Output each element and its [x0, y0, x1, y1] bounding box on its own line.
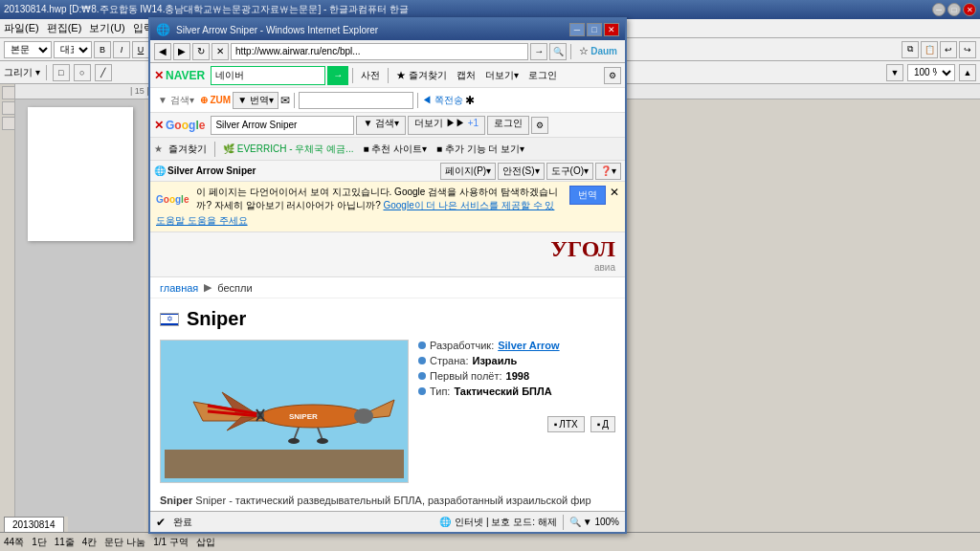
hwp-style-select[interactable]: 대표	[54, 41, 92, 58]
naver-menu-login[interactable]: 로그인	[524, 69, 561, 82]
ie-minimize-button[interactable]: ─	[569, 23, 585, 36]
info-first-flight: Первый полёт: 1998	[418, 370, 615, 382]
ie-close-google[interactable]: ✕	[154, 119, 164, 132]
ie-forward-button[interactable]: ▶	[173, 43, 190, 60]
naver-menu-capture[interactable]: 캡처	[453, 69, 479, 82]
hwp-redo-button[interactable]: ↪	[959, 41, 976, 58]
daum-star-icon: ☆	[579, 45, 589, 57]
hwp-italic-button[interactable]: I	[113, 41, 130, 58]
hwp-status-line: 11줄	[55, 536, 75, 549]
translation-close-button[interactable]: ✕	[610, 186, 619, 199]
info-type: Тип: Тактический БПЛА	[418, 386, 615, 397]
tabs-row: ▪ ЛТХ ▪ Д	[418, 416, 615, 432]
translate-button[interactable]: 번역	[569, 186, 606, 205]
hwp-bold-button[interactable]: B	[94, 41, 111, 58]
ie-content[interactable]: УГОЛ авиа главная ▶ беспли ✡	[150, 232, 625, 511]
naver-search-input[interactable]	[211, 66, 325, 85]
naver-settings-button[interactable]: ⚙	[604, 67, 621, 84]
google-settings-button[interactable]: ⚙	[531, 117, 548, 134]
hwp-menu-view[interactable]: 보기(U)	[89, 21, 124, 35]
google-more-button[interactable]: 더보기 ▶▶ +1	[408, 116, 485, 135]
translation-help-link[interactable]: 도움말 도움을 주세요	[156, 215, 248, 226]
hwp-line-button[interactable]: ╱	[95, 64, 112, 81]
zum-toolbar: ▼ 검색▾ ⊕ ZUM ▼ 번역▾ ✉ ◀ 쪽전송 ✱	[150, 88, 625, 113]
ie-close-button[interactable]: ✕	[604, 23, 619, 36]
ie-back-button[interactable]: ◀	[154, 43, 171, 60]
ie-security-badge: 🌐 인터넷 | 보호 모드: 해제 🔍 ▼ 100%	[439, 515, 619, 530]
hwp-menu-edit[interactable]: 편집(E)	[47, 21, 82, 35]
lth-tab-button[interactable]: ▪ ЛТХ	[547, 416, 585, 432]
ie-close-naver[interactable]: ✕	[154, 69, 164, 82]
d-tab-button[interactable]: ▪ Д	[590, 416, 615, 432]
nav-main-link[interactable]: главная	[160, 282, 198, 294]
hwp-page-area	[15, 99, 145, 532]
zum-send-label[interactable]: ◀ 쪽전송	[422, 94, 463, 107]
ie-refresh-button[interactable]: ↻	[192, 43, 210, 60]
lth-tab-icon: ▪	[554, 419, 558, 430]
ie-daum-link[interactable]: ☆ Daum	[575, 45, 621, 57]
zum-logo: ⊕ ZUM	[200, 95, 231, 105]
ie-stop-button[interactable]: ✕	[212, 43, 229, 60]
google-search-button[interactable]: ▼ 검색▾	[356, 116, 406, 135]
hwp-menu-file[interactable]: 파일(E)	[4, 21, 39, 35]
fav-more[interactable]: ■ 추가 기능 더 보기▾	[433, 143, 528, 156]
zum-bookmark-icon[interactable]: ✱	[465, 94, 475, 107]
google-search-input[interactable]	[211, 116, 354, 135]
ie-help-menu[interactable]: ❓▾	[595, 163, 621, 180]
ie-page-menu[interactable]: 페이지(P)▾	[440, 163, 496, 180]
ie-tools-menu[interactable]: 도구(O)▾	[546, 163, 593, 180]
ie-zone-label: 인터넷 | 보호 모드: 해제	[455, 516, 557, 529]
hwp-zoom-decrease-button[interactable]: ▼	[886, 64, 903, 81]
ie-address-input[interactable]	[231, 43, 528, 60]
ie-window: 🌐 Silver Arrow Sniper - Windows Internet…	[148, 17, 627, 534]
separator-addr	[570, 44, 571, 59]
hwp-paste-button[interactable]: 📋	[921, 41, 938, 58]
naver-search-button[interactable]: →	[327, 66, 348, 85]
ie-zoom-level[interactable]: 🔍 ▼ 100%	[569, 517, 619, 527]
type-value: Тактический БПЛА	[454, 386, 551, 397]
ie-maximize-button[interactable]: □	[587, 23, 602, 36]
hwp-close-button[interactable]: ✕	[963, 3, 976, 16]
ie-go-button[interactable]: →	[530, 43, 547, 60]
zum-search-input[interactable]	[299, 92, 413, 109]
hwp-circle-button[interactable]: ○	[74, 64, 91, 81]
content-row: SNIPER	[160, 340, 615, 483]
hwp-undo-button[interactable]: ↩	[940, 41, 957, 58]
hwp-font-select[interactable]: 본문	[4, 41, 52, 58]
hwp-zoom-select[interactable]: 100 %	[907, 64, 955, 81]
hwp-sidebar-btn1[interactable]	[2, 86, 15, 99]
separator4	[46, 65, 47, 80]
naver-menu-more[interactable]: 더보기▾	[481, 69, 523, 82]
fav-quicklinks[interactable]: 즐겨찾기	[165, 143, 211, 156]
google-logo: Google	[166, 119, 205, 132]
google-login-button[interactable]: 로그인	[487, 116, 529, 135]
hwp-page	[28, 107, 133, 241]
ie-zoom-icon: 🔍	[569, 517, 581, 527]
developer-value[interactable]: Silver Arrow	[498, 340, 559, 351]
hwp-tab-sheet1[interactable]: 20130814	[4, 517, 64, 533]
hwp-underline-button[interactable]: U	[132, 41, 149, 58]
ie-safety-menu[interactable]: 안전(S)▾	[498, 163, 544, 180]
ie-lock-icon: 🌐	[439, 517, 451, 527]
description-text: Sniper - тактический разведывательный БП…	[160, 495, 591, 511]
hwp-copy-button[interactable]: ⧉	[902, 41, 919, 58]
hwp-zoom-increase-button[interactable]: ▲	[959, 64, 976, 81]
naver-menu-bookmark[interactable]: ★ 즐겨찾기	[392, 69, 451, 82]
hwp-statusbar: 44쪽 1단 11줄 4칸 문단 나눔 1/1 구역 삽입	[0, 532, 980, 551]
page-site-header: УГОЛ авиа	[150, 232, 625, 277]
naver-menu-dict[interactable]: 사전	[357, 69, 384, 82]
fav-recommend[interactable]: ■ 추천 사이트▾	[359, 143, 431, 156]
hwp-minimize-button[interactable]: ─	[932, 3, 946, 16]
ie-search-btn[interactable]: 🔍	[549, 43, 567, 60]
hwp-shape-button[interactable]: □	[53, 64, 70, 81]
sniper-page-title: Sniper	[187, 308, 246, 330]
zum-back-button[interactable]: ▼ 검색▾	[154, 94, 198, 107]
hwp-sidebar-btn2[interactable]	[2, 101, 15, 115]
hwp-draw-label[interactable]: 그리기 ▾	[4, 66, 40, 79]
zum-translate-button[interactable]: ▼ 번역▾	[233, 92, 278, 109]
ie-page-favicon: 🌐	[154, 165, 166, 176]
fav-everrich[interactable]: 🌿 EVERRICH - 우체국 예금...	[219, 143, 357, 156]
hwp-sidebar-btn3[interactable]	[2, 117, 15, 130]
hwp-maximize-button[interactable]: □	[947, 3, 961, 16]
israel-flag-icon: ✡	[160, 313, 179, 326]
